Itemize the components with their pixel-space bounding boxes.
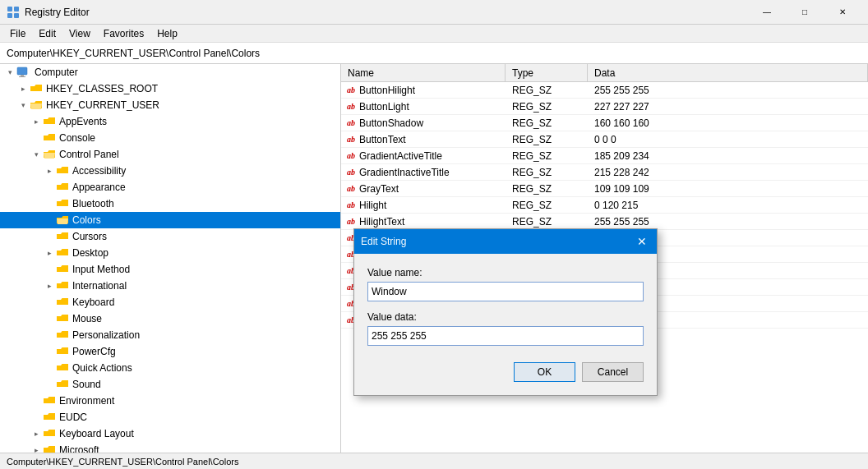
tree-item[interactable]: Quick Actions: [0, 360, 340, 376]
menu-view[interactable]: View: [62, 26, 97, 41]
tree-item[interactable]: ▸ Keyboard Layout: [0, 425, 340, 442]
maximize-button[interactable]: □: [786, 0, 824, 25]
tree-item[interactable]: Bluetooth: [0, 195, 340, 212]
header-data[interactable]: Data: [588, 64, 868, 81]
tree-item[interactable]: Colors: [0, 212, 340, 228]
tree-item[interactable]: ▾ HKEY_CURRENT_USER: [0, 97, 340, 113]
tree-expander[interactable]: ▾: [3, 66, 16, 79]
tree-item-label: Accessibility: [72, 165, 126, 177]
value-type: REG_SZ: [506, 117, 588, 129]
tree-item[interactable]: ▸ Accessibility: [0, 163, 340, 179]
reg-value-icon: ab: [344, 149, 358, 163]
tree-item-label: Keyboard Layout: [59, 428, 134, 439]
table-row[interactable]: ab GrayText REG_SZ 109 109 109: [341, 181, 868, 197]
tree-item[interactable]: Appearance: [0, 179, 340, 195]
value-type: REG_SZ: [506, 134, 588, 145]
tree-item-label: Console: [59, 132, 95, 144]
dialog-close-button[interactable]: ✕: [634, 233, 650, 250]
menu-help[interactable]: Help: [150, 26, 184, 41]
ok-button[interactable]: OK: [514, 362, 575, 382]
tree-item[interactable]: Personalization: [0, 327, 340, 343]
menu-favorites[interactable]: Favorites: [97, 26, 150, 41]
tree-expander[interactable]: ▾: [30, 148, 43, 161]
tree-item[interactable]: ▾ Control Panel: [0, 146, 340, 163]
tree-expander[interactable]: ▸: [43, 246, 56, 260]
value-name: GradientInactiveTitle: [358, 167, 456, 178]
value-name: ButtonLight: [358, 101, 416, 113]
tree-item[interactable]: ▸ Desktop: [0, 245, 340, 261]
tree-expander[interactable]: ▸: [43, 164, 56, 177]
menu-edit[interactable]: Edit: [32, 26, 62, 41]
tree-expander[interactable]: ▸: [30, 115, 43, 128]
value-type: REG_SZ: [506, 200, 588, 211]
table-row[interactable]: ab Hilight REG_SZ 0 120 215: [341, 197, 868, 214]
tree-expander[interactable]: ▸: [30, 444, 43, 453]
tree-item[interactable]: ▸ Microsoft: [0, 442, 340, 453]
tree-expander[interactable]: ▸: [16, 82, 30, 95]
table-row[interactable]: ab HilightText REG_SZ 255 255 255: [341, 214, 868, 230]
value-data: 0 0 0: [588, 134, 868, 145]
value-name-label: Value name:: [367, 267, 644, 278]
cancel-button[interactable]: Cancel: [582, 362, 644, 382]
value-name-input[interactable]: [367, 282, 644, 301]
tree-item[interactable]: ▾ Computer: [0, 64, 340, 80]
value-data: 227 227 227: [588, 101, 868, 113]
value-type: REG_SZ: [506, 150, 588, 162]
tree-expander[interactable]: ▸: [30, 427, 43, 440]
minimize-button[interactable]: —: [748, 0, 786, 25]
tree-item-label: Personalization: [72, 329, 140, 341]
tree-item[interactable]: ▸ HKEY_CLASSES_ROOT: [0, 80, 340, 97]
tree-item[interactable]: Input Method: [0, 261, 340, 278]
tree-item[interactable]: ▸ International: [0, 278, 340, 294]
tree-expander: [43, 230, 56, 243]
tree-item-label: Colors: [72, 214, 101, 226]
tree-expander[interactable]: ▸: [43, 279, 56, 292]
status-bar: Computer\HKEY_CURRENT_USER\Control Panel…: [0, 453, 868, 469]
close-button[interactable]: ✕: [824, 0, 861, 25]
tree-item[interactable]: ▸ AppEvents: [0, 113, 340, 130]
menu-bar: File Edit View Favorites Help: [0, 25, 868, 43]
tree-item[interactable]: EUDC: [0, 409, 340, 425]
tree-expander: [43, 345, 56, 358]
tree-item[interactable]: Sound: [0, 376, 340, 393]
value-data-label: Value data:: [367, 311, 644, 323]
folder-icon: [30, 83, 43, 94]
table-row[interactable]: ab ButtonShadow REG_SZ 160 160 160: [341, 115, 868, 131]
table-row[interactable]: ab ButtonLight REG_SZ 227 227 227: [341, 99, 868, 115]
folder-icon: [56, 313, 69, 324]
folder-icon: [56, 182, 69, 193]
title-bar: Registry Editor — □ ✕: [0, 0, 868, 25]
tree-item-label: Computer: [35, 67, 78, 78]
tree-item[interactable]: Keyboard: [0, 294, 340, 310]
tree-item[interactable]: Cursors: [0, 228, 340, 245]
tree-item[interactable]: PowerCfg: [0, 343, 340, 360]
menu-file[interactable]: File: [3, 26, 32, 41]
tree-expander[interactable]: ▾: [16, 99, 30, 112]
tree-item[interactable]: Console: [0, 130, 340, 146]
folder-icon: [43, 116, 56, 127]
value-name: Hilight: [358, 200, 393, 211]
value-data: 185 209 234: [588, 150, 868, 162]
table-row[interactable]: ab ButtonText REG_SZ 0 0 0: [341, 131, 868, 148]
value-data-input[interactable]: [367, 326, 644, 346]
reg-value-icon: ab: [344, 117, 358, 130]
table-row[interactable]: ab GradientActiveTitle REG_SZ 185 209 23…: [341, 148, 868, 164]
value-name: GradientActiveTitle: [358, 150, 449, 162]
value-data: 109 109 109: [588, 183, 868, 195]
tree-item[interactable]: Environment: [0, 393, 340, 409]
reg-value-icon: ab: [344, 133, 358, 146]
folder-icon: [56, 231, 69, 242]
tree-expander: [43, 263, 56, 276]
tree-item[interactable]: Mouse: [0, 310, 340, 327]
dialog-title: Edit String: [361, 236, 406, 247]
tree-item-label: International: [72, 280, 127, 292]
tree-item-label: HKEY_CLASSES_ROOT: [46, 83, 158, 94]
values-header: Name Type Data: [341, 64, 868, 82]
table-row[interactable]: ab ButtonHilight REG_SZ 255 255 255: [341, 82, 868, 99]
header-name[interactable]: Name: [341, 64, 506, 81]
table-row[interactable]: ab GradientInactiveTitle REG_SZ 215 228 …: [341, 164, 868, 181]
computer-icon: [16, 67, 31, 78]
tree-item-label: Desktop: [72, 247, 108, 259]
header-type[interactable]: Type: [506, 64, 588, 81]
tree-pane[interactable]: ▾ Computer▸ HKEY_CLASSES_ROOT▾ HKEY_CURR…: [0, 64, 341, 453]
